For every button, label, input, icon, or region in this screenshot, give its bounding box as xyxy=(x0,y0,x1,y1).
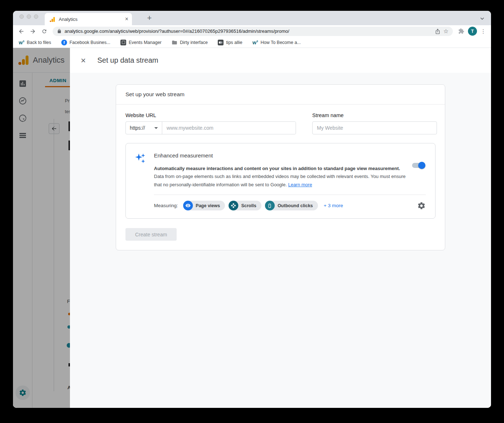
image-square-icon xyxy=(120,40,126,45)
new-tab-button[interactable]: + xyxy=(147,13,152,23)
move-arrows-icon xyxy=(229,201,238,210)
divider xyxy=(154,195,426,195)
protocol-select[interactable]: https:// xyxy=(126,122,162,134)
enhanced-measurement-description: Automatically measure interactions and c… xyxy=(154,165,411,189)
bookmark-item[interactable]: Dirty interface xyxy=(172,40,208,45)
tab-strip: Analytics × + xyxy=(13,11,491,25)
chip-page-views: Page views xyxy=(183,201,225,210)
browser-tab[interactable]: Analytics × xyxy=(45,13,132,25)
window-zoom-button[interactable] xyxy=(34,14,38,19)
browser-window: Analytics × + analytics.google.com/analy… xyxy=(13,11,491,408)
bookmarks-bar: w3 Back to files f Facebook Busines... E… xyxy=(13,37,491,48)
window-minimize-button[interactable] xyxy=(27,14,31,19)
close-tab-icon[interactable]: × xyxy=(125,16,128,22)
analytics-favicon-icon xyxy=(50,17,55,22)
w3-logo-icon: w3 xyxy=(252,40,258,45)
enhanced-measurement-panel: Enhanced measurement Automatically measu… xyxy=(125,143,436,219)
mouse-icon xyxy=(265,201,275,210)
lock-icon xyxy=(57,29,62,34)
chip-scrolls: Scrolls xyxy=(229,201,261,210)
modal-header: × Set up data stream xyxy=(70,48,491,73)
setup-data-stream-modal: × Set up data stream Set up your web str… xyxy=(70,48,491,408)
facebook-icon: f xyxy=(61,40,67,45)
modal-title: Set up data stream xyxy=(97,56,158,64)
enhanced-measurement-toggle[interactable] xyxy=(412,163,424,168)
stream-name-input[interactable] xyxy=(312,121,437,134)
browser-toolbar: analytics.google.com/analytics/web/provi… xyxy=(13,25,491,37)
website-url-field-group: Website URL https:// xyxy=(125,112,296,134)
stream-name-field-group: Stream name xyxy=(312,112,437,134)
website-url-label: Website URL xyxy=(125,112,296,118)
more-measurements-link[interactable]: + 3 more xyxy=(324,203,343,208)
window-close-button[interactable] xyxy=(19,14,24,19)
bookmark-item[interactable]: Events Manager xyxy=(120,40,162,45)
forward-icon[interactable] xyxy=(28,27,37,36)
reload-icon[interactable] xyxy=(40,27,49,36)
profile-avatar[interactable]: T xyxy=(468,27,477,36)
measurement-settings-gear-icon[interactable] xyxy=(417,201,426,210)
chevron-down-icon[interactable] xyxy=(480,16,485,22)
bookmark-item[interactable]: tips allie xyxy=(218,40,242,45)
folder-icon xyxy=(172,40,177,45)
card-title: Set up your web stream xyxy=(116,85,445,104)
learn-more-link[interactable]: Learn more xyxy=(288,182,312,187)
bookmark-item[interactable]: f Facebook Busines... xyxy=(61,40,110,45)
measuring-label: Measuring: xyxy=(154,203,178,208)
browser-menu-icon[interactable]: ⋮ xyxy=(479,28,487,35)
close-icon[interactable]: × xyxy=(81,56,91,65)
url-text[interactable]: analytics.google.com/analytics/web/provi… xyxy=(65,28,432,34)
camera-square-icon xyxy=(218,40,224,45)
chevron-down-icon xyxy=(154,127,158,129)
chip-outbound-clicks: Outbound clicks xyxy=(265,201,318,210)
website-url-input[interactable] xyxy=(162,122,296,134)
sparkle-icon xyxy=(135,153,146,164)
share-icon[interactable] xyxy=(435,28,441,34)
bookmark-item[interactable]: w3 Back to files xyxy=(19,40,51,45)
stream-name-label: Stream name xyxy=(312,112,437,118)
bookmark-star-icon[interactable]: ☆ xyxy=(443,28,448,34)
bookmark-item[interactable]: w3 How To Become a... xyxy=(252,40,301,45)
enhanced-measurement-title: Enhanced measurement xyxy=(154,152,426,159)
eye-icon xyxy=(183,201,193,210)
create-stream-button[interactable]: Create stream xyxy=(125,228,177,241)
extensions-puzzle-icon[interactable] xyxy=(456,27,466,36)
back-icon[interactable] xyxy=(17,27,26,36)
w3-logo-icon: w3 xyxy=(19,40,24,45)
web-stream-card: Set up your web stream Website URL https… xyxy=(116,84,445,250)
page-content: Analytics ADMIN Pr tes xyxy=(13,48,491,408)
url-bar[interactable]: analytics.google.com/analytics/web/provi… xyxy=(53,27,453,36)
modal-body: Set up your web stream Website URL https… xyxy=(70,73,491,408)
tab-title: Analytics xyxy=(59,17,125,22)
